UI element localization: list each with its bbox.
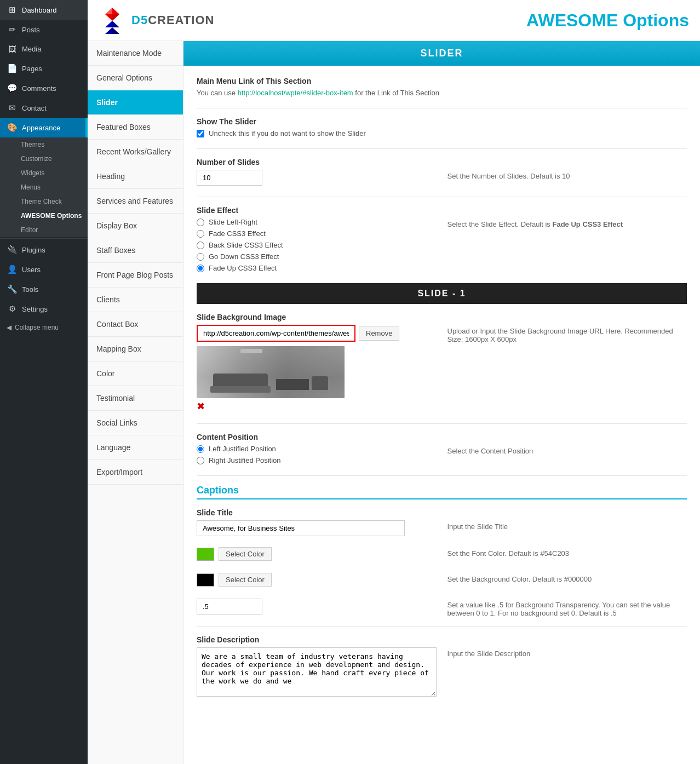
content-inner: Main Menu Link of This Section You can u… xyxy=(183,66,700,720)
sidebar-sub-theme-check[interactable]: Theme Check xyxy=(7,194,88,209)
radio-fade-up[interactable]: Fade Up CSS3 Effect xyxy=(197,264,437,272)
page-title: AWESOME Options xyxy=(526,10,689,31)
radio-back-slide-input[interactable] xyxy=(197,242,204,249)
radio-right-justified[interactable]: Right Justified Position xyxy=(197,456,437,464)
second-sidebar-mapping[interactable]: Mapping Box xyxy=(88,337,183,361)
second-sidebar-slider[interactable]: Slider xyxy=(88,90,183,115)
slide-bg-row: Remove xyxy=(197,325,687,412)
second-sidebar-export-import[interactable]: Export/Import xyxy=(88,460,183,485)
sidebar-item-appearance[interactable]: 🎨 Appearance xyxy=(0,118,88,137)
show-slider-checkbox-label: Uncheck this if you do not want to show … xyxy=(209,129,366,137)
sidebar-item-contact[interactable]: ✉ Contact xyxy=(0,98,88,118)
transparency-input[interactable] xyxy=(197,599,262,614)
content-position-options: Left Justified Position Right Justified … xyxy=(197,445,437,464)
sidebar-item-pages[interactable]: 📄 Pages xyxy=(0,59,88,78)
font-color-desc: Set the Font Color. Default is #54C203 xyxy=(447,547,687,558)
radio-left-justified-input[interactable] xyxy=(197,445,204,453)
svg-marker-0 xyxy=(112,8,119,14)
appearance-submenu: Themes Customize Widgets Menus Theme Che… xyxy=(0,137,88,237)
sidebar-item-comments[interactable]: 💬 Comments xyxy=(0,78,88,98)
radio-fade-up-input[interactable] xyxy=(197,265,204,272)
transparency-desc: Set a value like .5 for Background Trans… xyxy=(447,599,687,617)
sidebar-sub-themes[interactable]: Themes xyxy=(7,137,88,152)
radio-go-down[interactable]: Go Down CSS3 Effect xyxy=(197,252,437,261)
second-sidebar-contact-box[interactable]: Contact Box xyxy=(88,312,183,337)
second-sidebar-language[interactable]: Language xyxy=(88,435,183,460)
sidebar-sub-widgets[interactable]: Widgets xyxy=(7,166,88,180)
second-sidebar-heading[interactable]: Heading xyxy=(88,164,183,189)
second-sidebar-testimonial[interactable]: Testimonial xyxy=(88,386,183,411)
sidebar-item-plugins[interactable]: 🔌 Plugins xyxy=(0,240,88,260)
sidebar-item-settings[interactable]: ⚙ Settings xyxy=(0,299,88,319)
contact-icon: ✉ xyxy=(7,103,18,113)
radio-go-down-input[interactable] xyxy=(197,253,204,261)
second-sidebar-clients[interactable]: Clients xyxy=(88,288,183,312)
media-icon: 🖼 xyxy=(7,44,18,54)
content-position-radio-group: Left Justified Position Right Justified … xyxy=(197,445,437,464)
radio-slide-left-input[interactable] xyxy=(197,219,204,226)
slide-effect-desc: Select the Slide Effect. Default is Fade… xyxy=(447,218,687,228)
second-sidebar-blog-posts[interactable]: Front Page Blog Posts xyxy=(88,263,183,288)
captions-header: Captions xyxy=(197,485,687,499)
radio-fade-css3[interactable]: Fade CSS3 Effect xyxy=(197,229,437,238)
slide-title-label: Slide Title xyxy=(197,508,687,517)
tools-icon: 🔧 xyxy=(7,284,18,294)
sidebar-sub-customize[interactable]: Customize xyxy=(7,152,88,166)
collapse-menu[interactable]: ◀ Collapse menu xyxy=(0,319,88,336)
second-sidebar-display-box[interactable]: Display Box xyxy=(88,214,183,238)
slide-title-left xyxy=(197,520,437,536)
bg-color-button[interactable]: Select Color xyxy=(219,573,272,587)
logo-text: D5CREATION xyxy=(131,13,214,27)
num-slides-left xyxy=(197,170,437,186)
slide-effect-radio-group: Slide Left-Right Fade CSS3 Effect Back S… xyxy=(197,218,437,272)
font-color-row: Select Color Set the Font Color. Default… xyxy=(197,547,687,565)
show-slider-checkbox[interactable] xyxy=(197,130,204,137)
bg-color-swatch[interactable] xyxy=(197,573,214,587)
slide-effect-default: Fade Up CSS3 Effect xyxy=(552,220,623,228)
bg-color-desc: Set the Background Color. Default is #00… xyxy=(447,573,687,583)
sidebar-item-media[interactable]: 🖼 Media xyxy=(0,39,88,59)
radio-back-slide[interactable]: Back Slide CSS3 Effect xyxy=(197,241,437,249)
second-sidebar-social-links[interactable]: Social Links xyxy=(88,411,183,435)
main-menu-link-url[interactable]: http://localhost/wpte/#slider-box-item xyxy=(238,89,353,97)
sidebar-sub-menus[interactable]: Menus xyxy=(7,180,88,194)
logo-icon xyxy=(99,7,126,34)
sidebar-sub-editor[interactable]: Editor xyxy=(7,223,88,237)
sidebar-sub-awesome-options[interactable]: AWESOME Options xyxy=(7,209,88,223)
collapse-icon: ◀ xyxy=(7,324,12,331)
second-sidebar-staff[interactable]: Staff Boxes xyxy=(88,238,183,263)
sidebar-item-dashboard[interactable]: ⊞ Dashboard xyxy=(0,0,88,20)
slide-desc-row: Input the Slide Description xyxy=(197,647,687,698)
slide-desc-textarea[interactable] xyxy=(197,647,437,697)
radio-fade-css3-input[interactable] xyxy=(197,230,204,238)
bg-color-row: Select Color Set the Background Color. D… xyxy=(197,573,687,591)
radio-left-justified[interactable]: Left Justified Position xyxy=(197,445,437,453)
second-sidebar-featured[interactable]: Featured Boxes xyxy=(88,115,183,140)
sidebar-item-posts[interactable]: ✏ Posts xyxy=(0,20,88,39)
content-position-section: Content Position Left Justified Position xyxy=(197,433,687,464)
slide-effect-label: Slide Effect xyxy=(197,206,687,215)
num-slides-input[interactable] xyxy=(197,170,262,186)
second-sidebar-recent-works[interactable]: Recent Works/Gallery xyxy=(88,140,183,164)
font-color-button[interactable]: Select Color xyxy=(219,547,272,561)
second-sidebar-color[interactable]: Color xyxy=(88,361,183,386)
radio-slide-left[interactable]: Slide Left-Right xyxy=(197,218,437,226)
slide-effect-section: Slide Effect Slide Left-Right Fade C xyxy=(197,206,687,272)
main-content: D5CREATION AWESOME Options Maintenance M… xyxy=(88,0,700,764)
slide-title-input[interactable] xyxy=(197,520,405,536)
slide1-header: SLIDE - 1 xyxy=(197,283,687,304)
show-slider-label: Show The Slider xyxy=(197,117,687,126)
font-color-swatch[interactable] xyxy=(197,548,214,561)
radio-right-justified-input[interactable] xyxy=(197,457,204,464)
posts-icon: ✏ xyxy=(7,25,18,35)
slide-bg-remove-btn[interactable]: Remove xyxy=(359,326,399,341)
sidebar-item-users[interactable]: 👤 Users xyxy=(0,260,88,279)
slide-title-input-desc: Input the Slide Title xyxy=(447,520,687,531)
second-sidebar-maintenance[interactable]: Maintenance Mode xyxy=(88,41,183,66)
second-sidebar-services[interactable]: Services and Features xyxy=(88,189,183,214)
slide-bg-url-input[interactable] xyxy=(197,325,355,342)
plugins-icon: 🔌 xyxy=(7,245,18,255)
second-sidebar-general[interactable]: General Options xyxy=(88,66,183,90)
slide-bg-delete-icon[interactable]: ✖ xyxy=(197,400,205,412)
sidebar-item-tools[interactable]: 🔧 Tools xyxy=(0,279,88,299)
